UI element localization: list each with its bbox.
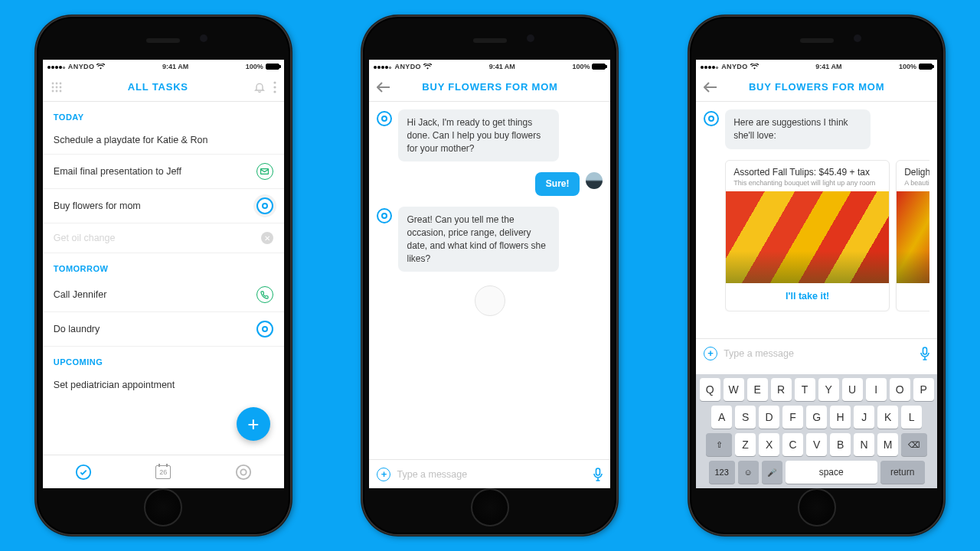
key-y[interactable]: Y	[818, 378, 839, 401]
key-q[interactable]: Q	[700, 378, 720, 401]
suggestion-carousel[interactable]: Assorted Fall Tulips: $45.49 + tax This …	[725, 160, 929, 311]
attach-button[interactable]: +	[377, 468, 390, 481]
assistant-icon[interactable]	[256, 321, 273, 337]
key-k[interactable]: K	[877, 406, 898, 429]
dictate-key[interactable]: 🎤	[762, 461, 782, 484]
tab-assistant[interactable]	[235, 464, 252, 481]
bot-message: Hi Jack, I'm ready to get things done. C…	[377, 109, 603, 161]
key-z[interactable]: Z	[735, 433, 756, 456]
message-input[interactable]: Type a message	[397, 469, 587, 480]
user-avatar	[586, 172, 603, 189]
carrier-label: ANYDO	[68, 63, 95, 70]
card-cta-button[interactable]: I'll take it!	[726, 283, 889, 309]
menu-grid-icon[interactable]	[51, 81, 63, 93]
key-x[interactable]: X	[759, 433, 779, 456]
keyboard: QWERTYUIOP ASDFGHJKL ⇧ ZXCVBNM ⌫ 123 ☺ 🎤…	[696, 374, 937, 488]
nav-bar: ALL TASKS	[43, 73, 284, 102]
card-image	[897, 191, 929, 283]
key-d[interactable]: D	[759, 406, 779, 429]
key-m[interactable]: M	[877, 433, 898, 456]
key-n[interactable]: N	[854, 433, 874, 456]
key-f[interactable]: F	[782, 406, 803, 429]
numbers-key[interactable]: 123	[709, 461, 735, 484]
return-key[interactable]: return	[880, 461, 925, 484]
emoji-key[interactable]: ☺	[738, 461, 759, 484]
dismiss-icon[interactable]: ✕	[261, 232, 273, 244]
card-cta-button[interactable]	[897, 283, 929, 311]
backspace-key[interactable]: ⌫	[901, 433, 927, 456]
chat-log[interactable]: Hi Jack, I'm ready to get things done. C…	[369, 102, 610, 455]
task-row[interactable]: Get oil change ✕	[43, 223, 284, 253]
back-button[interactable]	[704, 82, 717, 93]
key-t[interactable]: T	[795, 378, 815, 401]
attach-button[interactable]: +	[704, 347, 717, 360]
key-e[interactable]: E	[747, 378, 768, 401]
voice-input-button[interactable]	[475, 285, 505, 316]
key-l[interactable]: L	[901, 406, 922, 429]
key-u[interactable]: U	[842, 378, 863, 401]
key-w[interactable]: W	[724, 378, 744, 401]
key-o[interactable]: O	[890, 378, 910, 401]
svg-rect-16	[596, 468, 600, 475]
key-c[interactable]: C	[782, 433, 803, 456]
home-button[interactable]	[798, 488, 836, 527]
more-icon[interactable]	[273, 81, 276, 93]
battery-icon	[592, 64, 606, 70]
key-i[interactable]: I	[866, 378, 887, 401]
svg-point-3	[51, 86, 54, 88]
signal-dots-icon	[374, 63, 392, 70]
space-key[interactable]: space	[786, 461, 877, 484]
section-today: TODAY	[43, 102, 284, 126]
svg-point-0	[51, 82, 54, 84]
page-title: BUY FLOWERS FOR MOM	[717, 81, 916, 93]
key-v[interactable]: V	[806, 433, 827, 456]
key-g[interactable]: G	[806, 406, 827, 429]
key-h[interactable]: H	[830, 406, 851, 429]
task-row[interactable]: Schedule a playdate for Katie & Ron	[43, 126, 284, 155]
carrier-label: ANYDO	[721, 63, 748, 70]
key-j[interactable]: J	[854, 406, 874, 429]
bot-message: Great! Can you tell me the occasion, pri…	[377, 207, 603, 272]
svg-point-7	[55, 90, 57, 92]
task-row[interactable]: Email final presentation to Jeff	[43, 155, 284, 189]
task-list[interactable]: TODAY Schedule a playdate for Katie & Ro…	[43, 102, 284, 455]
card-subtitle: This enchanting bouquet will light up an…	[726, 179, 889, 191]
key-p[interactable]: P	[913, 378, 934, 401]
message-input[interactable]: Type a message	[724, 348, 914, 359]
shift-key[interactable]: ⇧	[706, 433, 732, 456]
user-message: Sure!	[377, 172, 603, 196]
task-row[interactable]: Set pediatrician appointment	[43, 371, 284, 399]
card-subtitle: A beauti	[897, 179, 929, 191]
mail-icon[interactable]	[256, 163, 273, 180]
task-text: Buy flowers for mom	[54, 201, 141, 211]
task-text: Set pediatrician appointment	[54, 380, 175, 390]
key-b[interactable]: B	[830, 433, 851, 456]
home-button[interactable]	[471, 488, 509, 527]
message-text: Hi Jack, I'm ready to get things done. C…	[398, 109, 559, 161]
suggestion-card[interactable]: Deligh A beauti	[896, 160, 929, 311]
key-s[interactable]: S	[735, 406, 756, 429]
key-a[interactable]: A	[711, 406, 732, 429]
signal-dots-icon	[47, 63, 66, 70]
chat-log[interactable]: Here are suggestions I think she'll love…	[696, 102, 937, 311]
home-button[interactable]	[144, 488, 182, 527]
mic-button[interactable]	[920, 347, 929, 360]
tab-calendar[interactable]: 26	[155, 465, 171, 479]
message-text: Here are suggestions I think she'll love…	[725, 109, 871, 149]
add-task-button[interactable]: +	[237, 407, 270, 441]
task-row[interactable]: Buy flowers for mom	[43, 189, 284, 223]
bell-icon[interactable]	[253, 81, 266, 93]
mic-button[interactable]	[593, 468, 603, 481]
tab-bar: 26	[43, 455, 284, 488]
suggestion-card[interactable]: Assorted Fall Tulips: $45.49 + tax This …	[725, 160, 890, 311]
task-row[interactable]: Call Jennifer	[43, 278, 284, 312]
svg-point-6	[51, 90, 54, 92]
tab-tasks[interactable]	[75, 464, 92, 481]
back-button[interactable]	[377, 82, 390, 93]
assistant-icon[interactable]	[256, 197, 273, 214]
message-input-bar: + Type a message	[369, 459, 610, 488]
key-r[interactable]: R	[771, 378, 792, 401]
phone-icon[interactable]	[256, 286, 273, 303]
task-row[interactable]: Do laundry	[43, 312, 284, 347]
wifi-icon	[423, 64, 432, 70]
